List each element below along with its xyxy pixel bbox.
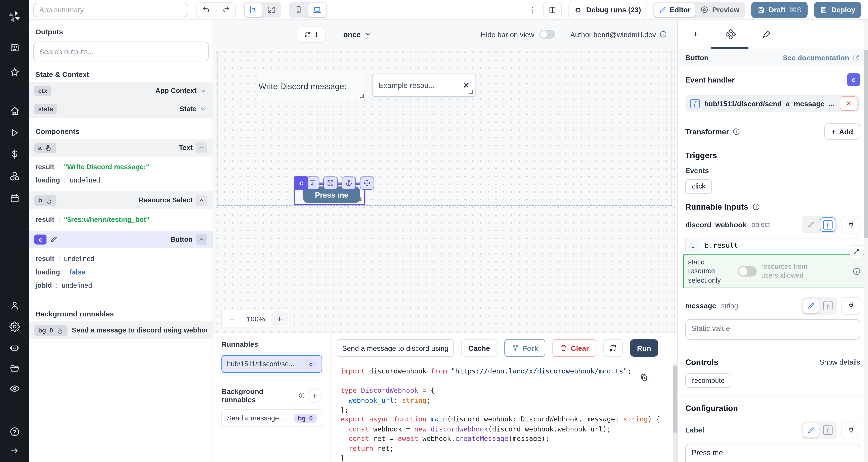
add-transformer-button[interactable]: +Add (825, 123, 860, 140)
refresh-count-button[interactable]: 1 (297, 26, 326, 42)
background-runnable-row[interactable]: bg_0 Send a message to discord using web… (29, 322, 213, 339)
hide-bar-toggle[interactable] (539, 30, 555, 39)
tab-insert-component[interactable]: + (678, 20, 713, 48)
tab-preview[interactable]: Preview (696, 2, 744, 17)
show-details-link[interactable]: Show details (819, 358, 860, 366)
output-row-ctx[interactable]: ctx App Context (29, 82, 213, 100)
sidebar-item-schedules[interactable] (0, 187, 29, 209)
resize-handle[interactable] (360, 94, 364, 98)
tab-editor[interactable]: Editor (654, 2, 695, 17)
output-key[interactable]: result (35, 163, 54, 171)
refresh-code-button[interactable] (603, 339, 622, 357)
collapse-component-c-button[interactable] (196, 234, 207, 245)
deploy-button[interactable]: Deploy (813, 1, 861, 18)
zoom-in-button[interactable]: + (271, 311, 288, 326)
sidebar-item-users[interactable] (0, 294, 29, 317)
component-row-b[interactable]: b Resource Select (29, 191, 213, 209)
mobile-view-button[interactable] (290, 2, 307, 17)
move-component-button[interactable] (360, 176, 374, 190)
add-background-runnable-button[interactable]: + (308, 389, 322, 403)
output-key[interactable]: result (35, 255, 54, 263)
resize-handle[interactable] (469, 90, 473, 94)
expr-mode-button[interactable]: f (820, 423, 835, 437)
fork-button[interactable]: Fork (504, 339, 545, 357)
cache-button[interactable]: Cache (461, 339, 497, 357)
see-documentation-link[interactable]: See documentation (783, 54, 860, 62)
clear-button[interactable]: Clear (553, 339, 596, 357)
chevron-down-icon[interactable] (200, 87, 207, 94)
runnable-item-selected[interactable]: hub/1511/discord/se... c (221, 355, 322, 373)
collapse-component-a-button[interactable] (196, 142, 207, 153)
static-mode-button[interactable] (803, 218, 819, 232)
code-content[interactable]: import discordwebhook from "https://deno… (331, 364, 673, 462)
sidebar-item-folders[interactable] (0, 357, 29, 379)
expr-mode-button[interactable]: f (820, 218, 835, 232)
sidebar-item-home[interactable] (0, 100, 29, 122)
sidebar-item-runs[interactable] (0, 122, 29, 144)
app-summary-input[interactable] (33, 2, 188, 17)
script-name-input[interactable] (337, 339, 454, 357)
docs-button[interactable] (543, 1, 562, 18)
label-value-input[interactable]: Press me (685, 443, 860, 462)
output-key[interactable]: result (35, 216, 54, 224)
info-icon[interactable] (852, 267, 861, 275)
connect-input-button[interactable] (841, 422, 860, 439)
output-key[interactable]: jobId (35, 282, 52, 289)
run-mode-select[interactable]: once (343, 30, 372, 38)
app-canvas[interactable]: Write Discord message: Example resou... … (213, 48, 677, 332)
chevron-down-icon[interactable] (200, 105, 207, 113)
sidebar-item-favorites[interactable] (0, 61, 29, 83)
event-handler-runnable-chip[interactable]: f hub/1511/discord/send_a_message_... ✕ (685, 95, 860, 112)
expand-canvas-button[interactable] (263, 2, 280, 17)
desktop-view-button[interactable] (308, 2, 326, 17)
sidebar-item-audit[interactable] (0, 377, 29, 399)
tab-component-settings[interactable] (713, 20, 748, 48)
undo-button[interactable] (196, 3, 216, 16)
background-runnable-item[interactable]: Send a message... bg_0 (221, 409, 322, 427)
expr-mode-button[interactable]: f (820, 299, 835, 313)
info-icon[interactable] (659, 31, 667, 38)
static-mode-button[interactable] (803, 299, 819, 313)
sidebar-item-variables[interactable] (0, 143, 29, 165)
output-row-state[interactable]: state State (29, 100, 213, 119)
clear-select-icon[interactable]: ✕ (463, 81, 469, 90)
static-resource-toggle[interactable] (738, 266, 757, 276)
sidebar-item-settings[interactable] (0, 315, 29, 337)
connect-input-button[interactable] (841, 216, 860, 233)
static-mode-button[interactable] (803, 423, 819, 437)
code-scrollbar[interactable] (673, 364, 677, 462)
component-row-a[interactable]: a Text (29, 139, 213, 157)
redo-button[interactable] (216, 3, 235, 16)
expand-editor-button[interactable] (850, 245, 863, 258)
sidebar-item-resources[interactable] (0, 165, 29, 187)
recompute-chip[interactable]: recompute (685, 373, 732, 388)
discord-webhook-expr-editor[interactable]: 1 b.result (685, 238, 860, 253)
draft-button[interactable]: Draft ⌘S (751, 1, 808, 18)
pencil-icon[interactable] (50, 236, 58, 243)
output-key[interactable]: loading (35, 176, 60, 184)
component-row-c[interactable]: c Button (29, 231, 213, 249)
debug-runs-button[interactable]: Debug runs (23) (568, 1, 647, 18)
output-key[interactable]: loading (35, 268, 60, 276)
expand-component-button[interactable] (323, 176, 338, 190)
info-icon[interactable] (752, 203, 760, 211)
zoom-out-button[interactable]: − (224, 314, 240, 324)
anchor-component-button[interactable] (342, 176, 356, 190)
settings-scrollbar[interactable] (864, 20, 868, 462)
remove-runnable-button[interactable]: ✕ (840, 96, 857, 111)
info-icon[interactable] (732, 128, 740, 135)
run-button[interactable]: Run (630, 339, 658, 357)
tab-styling[interactable] (748, 20, 784, 48)
center-canvas-button[interactable] (245, 2, 262, 17)
resource-select-component[interactable]: Example resou... ✕ (372, 73, 476, 97)
sidebar-item-help[interactable] (0, 421, 29, 442)
collapse-component-b-button[interactable] (196, 195, 207, 206)
event-chip-click[interactable]: click (685, 179, 712, 194)
more-menu-button[interactable]: ⋮ (529, 5, 537, 15)
sidebar-collapse-arrow[interactable] (0, 440, 29, 462)
search-outputs-input[interactable] (33, 41, 209, 61)
copy-code-icon[interactable] (640, 374, 648, 382)
connect-input-button[interactable] (841, 297, 860, 315)
message-static-value-input[interactable] (685, 319, 860, 339)
sidebar-item-apps[interactable] (0, 37, 29, 59)
